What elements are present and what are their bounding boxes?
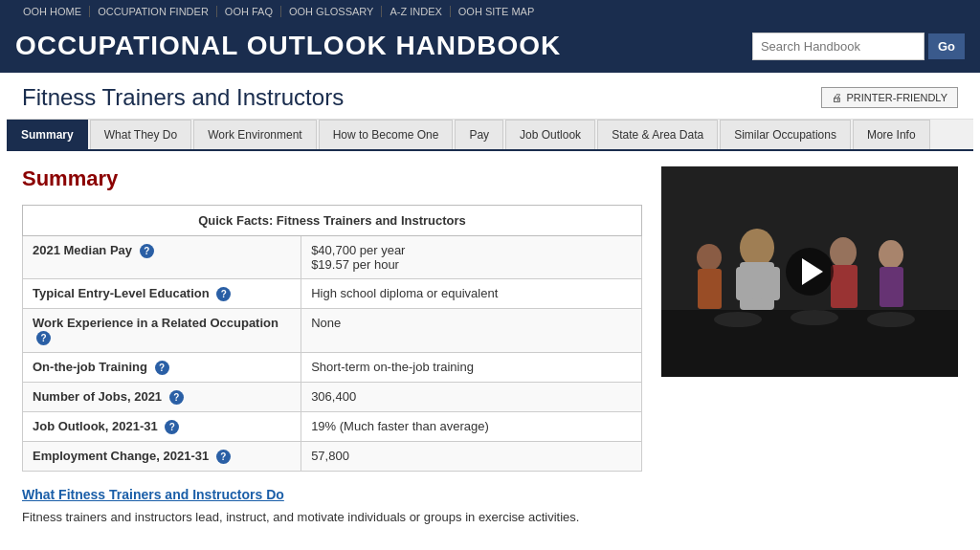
header-bottom: OCCUPATIONAL OUTLOOK HANDBOOK Go xyxy=(0,23,980,73)
tab-what-they-do[interactable]: What They Do xyxy=(90,120,191,149)
table-row: Employment Change, 2021-31 ? 57,800 xyxy=(23,442,642,472)
help-icon-work-experience[interactable]: ? xyxy=(36,331,51,345)
printer-btn-label: PRINTER-FRIENDLY xyxy=(846,92,947,103)
row-label-job-outlook: Job Outlook, 2021-31 ? xyxy=(23,412,301,442)
top-nav: OOH HOME OCCUPATION FINDER OOH FAQ OOH G… xyxy=(0,0,980,23)
table-header-row: Quick Facts: Fitness Trainers and Instru… xyxy=(23,206,642,236)
search-button[interactable]: Go xyxy=(928,33,965,59)
nav-occupation-finder[interactable]: OCCUPATION FINDER xyxy=(90,6,217,17)
row-value-median-pay: $40,700 per year$19.57 per hour xyxy=(301,236,642,279)
section-heading: Summary xyxy=(22,166,642,191)
help-icon-education[interactable]: ? xyxy=(216,287,231,301)
help-icon-median-pay[interactable]: ? xyxy=(140,244,154,258)
help-icon-number-of-jobs[interactable]: ? xyxy=(169,390,184,405)
table-row: Number of Jobs, 2021 ? 306,400 xyxy=(23,383,642,412)
tab-more-info[interactable]: More Info xyxy=(853,120,930,149)
row-value-education: High school diploma or equivalent xyxy=(301,279,642,309)
row-value-work-experience: None xyxy=(301,309,642,353)
tab-how-to-become-one[interactable]: How to Become One xyxy=(319,120,454,149)
table-row: Typical Entry-Level Education ? High sch… xyxy=(23,279,642,309)
tab-job-outlook[interactable]: Job Outlook xyxy=(505,120,595,149)
tab-similar-occupations[interactable]: Similar Occupations xyxy=(720,120,851,149)
nav-ooh-home[interactable]: OOH HOME xyxy=(15,6,90,17)
tab-pay[interactable]: Pay xyxy=(455,120,503,149)
row-label-median-pay: 2021 Median Pay ? xyxy=(23,236,301,279)
table-row: Job Outlook, 2021-31 ? 19% (Much faster … xyxy=(23,412,642,442)
nav-ooh-glossary[interactable]: OOH GLOSSARY xyxy=(281,6,382,17)
row-value-employment-change: 57,800 xyxy=(301,442,642,472)
help-icon-job-outlook[interactable]: ? xyxy=(165,420,179,434)
video-player[interactable] xyxy=(661,166,958,377)
quick-facts-table: Quick Facts: Fitness Trainers and Instru… xyxy=(22,205,642,472)
row-label-employment-change: Employment Change, 2021-31 ? xyxy=(23,442,301,472)
row-label-education: Typical Entry-Level Education ? xyxy=(23,279,301,309)
search-area: Go xyxy=(752,33,965,60)
what-they-do-link[interactable]: What Fitness Trainers and Instructors Do xyxy=(22,487,642,502)
site-title: OCCUPATIONAL OUTLOOK HANDBOOK xyxy=(15,31,561,61)
nav-site-map[interactable]: OOH SITE MAP xyxy=(451,6,542,17)
play-icon xyxy=(802,258,823,285)
search-input[interactable] xyxy=(752,33,924,60)
nav-ooh-faq[interactable]: OOH FAQ xyxy=(217,6,281,17)
row-label-on-job-training: On-the-job Training ? xyxy=(23,353,301,383)
row-value-number-of-jobs: 306,400 xyxy=(301,383,642,412)
section-description: Fitness trainers and instructors lead, i… xyxy=(22,508,642,527)
left-column: Summary Quick Facts: Fitness Trainers an… xyxy=(22,166,642,527)
printer-friendly-button[interactable]: 🖨 PRINTER-FRIENDLY xyxy=(821,87,958,108)
tab-summary[interactable]: Summary xyxy=(7,120,88,149)
table-row: 2021 Median Pay ? $40,700 per year$19.57… xyxy=(23,236,642,279)
page-title: Fitness Trainers and Instructors xyxy=(22,84,344,111)
table-header: Quick Facts: Fitness Trainers and Instru… xyxy=(23,206,642,236)
row-value-on-job-training: Short-term on-the-job training xyxy=(301,353,642,383)
play-button[interactable] xyxy=(786,248,834,296)
main-content: Summary Quick Facts: Fitness Trainers an… xyxy=(7,151,973,542)
tab-state-area-data[interactable]: State & Area Data xyxy=(597,120,718,149)
tab-work-environment[interactable]: Work Environment xyxy=(193,120,316,149)
row-label-number-of-jobs: Number of Jobs, 2021 ? xyxy=(23,383,301,412)
help-icon-on-job-training[interactable]: ? xyxy=(155,361,169,375)
table-row: Work Experience in a Related Occupation … xyxy=(23,309,642,353)
printer-icon: 🖨 xyxy=(832,92,842,103)
nav-az-index[interactable]: A-Z INDEX xyxy=(382,6,450,17)
row-label-work-experience: Work Experience in a Related Occupation … xyxy=(23,309,301,353)
table-row: On-the-job Training ? Short-term on-the-… xyxy=(23,353,642,383)
right-column xyxy=(661,166,958,527)
row-value-job-outlook: 19% (Much faster than average) xyxy=(301,412,642,442)
tabs-bar: Summary What They Do Work Environment Ho… xyxy=(7,120,973,151)
page-header: Fitness Trainers and Instructors 🖨 PRINT… xyxy=(7,73,973,120)
help-icon-employment-change[interactable]: ? xyxy=(216,450,231,464)
site-header: OOH HOME OCCUPATION FINDER OOH FAQ OOH G… xyxy=(0,0,980,73)
